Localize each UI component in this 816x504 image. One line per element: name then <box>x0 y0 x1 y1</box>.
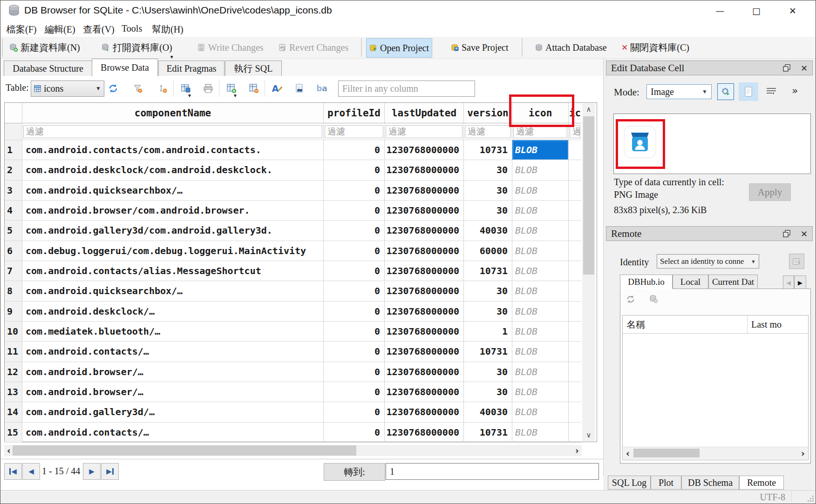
tab-browse-data[interactable]: Browse Data <box>92 59 158 76</box>
cell-version[interactable]: 10731 <box>464 261 512 281</box>
corner-header-cell[interactable] <box>5 103 22 123</box>
cell-componentName[interactable]: com.android.contacts/… <box>22 342 324 362</box>
cell-icon[interactable]: BLOB <box>512 261 569 281</box>
cell-lastUpdated[interactable]: 1230768000000 <box>385 261 464 281</box>
cell-lastUpdated[interactable]: 1230768000000 <box>385 302 464 322</box>
delete-record-button[interactable] <box>247 81 261 95</box>
goto-record-input[interactable]: 1 <box>386 463 599 480</box>
cell-version[interactable]: 1 <box>464 322 512 342</box>
cell-version[interactable]: 10731 <box>464 342 512 362</box>
cell-icon[interactable]: BLOB <box>512 181 569 201</box>
cell-componentName[interactable]: com.android.browser/… <box>22 362 324 382</box>
scroll-down-icon[interactable]: ∨ <box>582 429 595 441</box>
cell-partial[interactable] <box>569 382 581 402</box>
cell-icon[interactable]: BLOB <box>512 140 569 160</box>
cell-icon[interactable]: BLOB <box>512 241 569 261</box>
filter-cell[interactable]: 過濾 <box>324 123 385 140</box>
tab-sql-log[interactable]: SQL Log <box>608 476 651 490</box>
column-header-componentName[interactable]: componentName <box>22 103 324 123</box>
cell-componentName[interactable]: com.mediatek.bluetooth/… <box>22 322 324 342</box>
tab-remote[interactable]: Remote <box>739 476 784 490</box>
close-button[interactable]: ✕ <box>778 1 807 20</box>
cell-componentName[interactable]: com.android.browser/… <box>22 382 324 402</box>
cell-icon[interactable]: BLOB <box>512 342 569 362</box>
cell-version[interactable]: 40030 <box>464 221 512 241</box>
cell-profileId[interactable]: 0 <box>324 140 385 160</box>
cell-profileId[interactable]: 0 <box>324 382 385 402</box>
cell-profileId[interactable]: 0 <box>324 201 385 221</box>
cell-profileId[interactable]: 0 <box>324 423 385 443</box>
cell-componentName[interactable]: com.android.contacts/com.android.contact… <box>22 140 324 160</box>
cell-profileId[interactable]: 0 <box>324 181 385 201</box>
save-record-button[interactable]: ▼ <box>179 81 193 95</box>
cell-lastUpdated[interactable]: 1230768000000 <box>385 221 464 241</box>
cell-profileId[interactable]: 0 <box>324 402 385 422</box>
menu-help[interactable]: 幫助(H) <box>150 23 185 35</box>
table-selector[interactable]: icons ▼ <box>31 81 104 97</box>
cell-icon[interactable]: BLOB <box>512 423 569 443</box>
cell-profileId[interactable]: 0 <box>324 342 385 362</box>
filter-funnel-button[interactable] <box>131 81 145 95</box>
print-button[interactable] <box>201 81 215 95</box>
next-page-button[interactable]: ▶ <box>83 463 101 480</box>
cell-icon[interactable]: BLOB <box>512 160 569 180</box>
encoding-indicator[interactable]: UTF-8 <box>760 492 785 503</box>
cell-profileId[interactable]: 0 <box>324 362 385 382</box>
tab-database-structure[interactable]: Database Structure <box>4 60 92 76</box>
save-project-button[interactable]: Save Project <box>448 38 511 57</box>
column-header-profileId[interactable]: profileId <box>324 103 385 123</box>
apply-button[interactable]: Apply <box>749 183 791 201</box>
refresh-button[interactable] <box>106 81 120 95</box>
tab-plot[interactable]: Plot <box>651 476 681 490</box>
scroll-up-icon[interactable]: ∧ <box>582 103 595 115</box>
close-panel-icon[interactable]: ✕ <box>801 229 808 239</box>
filter-cell[interactable]: 過濾 <box>464 123 512 140</box>
resize-grip[interactable] <box>808 496 814 502</box>
cell-version[interactable]: 30 <box>464 362 512 382</box>
cell-icon[interactable]: BLOB <box>512 302 569 322</box>
float-panel-icon[interactable] <box>783 230 790 237</box>
horizontal-scrollbar-thumb[interactable] <box>13 445 356 456</box>
open-database-button[interactable]: 打開資料庫(O) ▼ <box>99 38 175 57</box>
remote-database-icon[interactable] <box>649 295 658 303</box>
filter-cell[interactable]: 過濾 <box>22 123 324 140</box>
clear-sort-button[interactable] <box>156 81 170 95</box>
scroll-left-icon[interactable]: ‹ <box>4 445 14 456</box>
cell-icon[interactable]: BLOB <box>512 382 569 402</box>
cell-lastUpdated[interactable]: 1230768000000 <box>385 362 464 382</box>
cell-icon[interactable]: BLOB <box>512 322 569 342</box>
cell-lastUpdated[interactable]: 1230768000000 <box>385 382 464 402</box>
cell-partial[interactable] <box>569 160 581 180</box>
cell-icon[interactable]: BLOB <box>512 362 569 382</box>
cell-profileId[interactable]: 0 <box>324 241 385 261</box>
cell-lastUpdated[interactable]: 1230768000000 <box>385 281 464 301</box>
open-project-button[interactable]: Open Project <box>366 38 432 58</box>
cell-profileId[interactable]: 0 <box>324 302 385 322</box>
write-changes-button[interactable]: Write Changes <box>195 38 266 57</box>
scroll-right-icon[interactable]: › <box>798 447 808 459</box>
cell-version[interactable]: 30 <box>464 302 512 322</box>
remote-column-name[interactable]: 名稱 <box>623 316 748 333</box>
close-panel-icon[interactable]: ✕ <box>801 63 808 73</box>
cell-partial[interactable] <box>569 140 581 160</box>
remote-tab-local[interactable]: Local <box>673 275 708 289</box>
toolbar-grip[interactable] <box>2 39 3 56</box>
toolbar-grip[interactable] <box>361 39 362 56</box>
menu-view[interactable]: 查看(V) <box>81 23 116 35</box>
menu-tools[interactable]: Tools <box>120 23 144 35</box>
filter-any-column-input[interactable]: Filter in any column <box>338 81 475 97</box>
edit-font-button[interactable]: A <box>270 81 284 95</box>
cell-componentName[interactable]: com.android.contacts/alias.MessageShortc… <box>22 261 324 281</box>
tab-scroll-left-button[interactable]: ◀ <box>783 276 794 289</box>
cell-lastUpdated[interactable]: 1230768000000 <box>385 160 464 180</box>
cell-partial[interactable] <box>569 241 581 261</box>
revert-changes-button[interactable]: Revert Changes <box>276 38 351 57</box>
remote-horizontal-scrollbar[interactable]: ‹ › <box>623 447 808 459</box>
word-wrap-icon[interactable] <box>766 87 777 95</box>
import-data-button[interactable] <box>717 83 734 100</box>
cell-partial[interactable] <box>569 181 581 201</box>
tab-execute-sql[interactable]: 執行 SQL <box>225 60 282 76</box>
save-record-dropdown-arrow[interactable]: ▼ <box>187 93 192 98</box>
cell-profileId[interactable]: 0 <box>324 281 385 301</box>
remote-column-last-modified[interactable]: Last mo <box>748 319 782 330</box>
